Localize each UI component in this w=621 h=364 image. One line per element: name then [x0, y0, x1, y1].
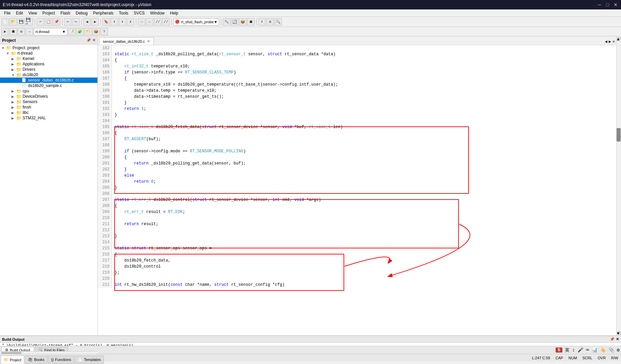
- tree-applications[interactable]: ▶ 📁 Applications: [0, 61, 97, 67]
- options-button[interactable]: ⚙: [266, 18, 274, 26]
- line-number-217: 217: [100, 257, 110, 264]
- pin-icon[interactable]: 📌: [86, 38, 91, 42]
- tree-ds18b20[interactable]: ▼ 📁 ds18b20: [0, 72, 97, 78]
- kernel-label: Kernel: [23, 56, 34, 61]
- build-button[interactable]: 🔨: [223, 18, 230, 26]
- manage-button[interactable]: 📝: [68, 28, 76, 35]
- menu-item-tools[interactable]: Tools: [116, 10, 131, 16]
- maximize-button[interactable]: □: [605, 2, 610, 7]
- menu-item-window[interactable]: Window: [147, 10, 167, 16]
- batch-build-button[interactable]: 📦: [239, 18, 246, 26]
- tree-cpu[interactable]: ▶ 📁 cpu: [0, 88, 97, 94]
- tab-sensor-file[interactable]: sensor_dallas_ds18b20.c ✕: [99, 37, 154, 45]
- menu-item-debug[interactable]: Debug: [73, 10, 90, 16]
- rebuild-button[interactable]: 🔄: [231, 18, 238, 26]
- tree-libc[interactable]: ▶ 📁 libc: [0, 110, 97, 115]
- menu-item-project[interactable]: Project: [40, 10, 58, 16]
- cut-button[interactable]: ✂: [37, 18, 44, 26]
- code-line: static rt_size_t _ds18b20_polling_get_da…: [115, 51, 614, 57]
- menu-item-peripherals[interactable]: Peripherals: [90, 10, 116, 16]
- menu-item-edit[interactable]: Edit: [13, 10, 26, 16]
- paste-button[interactable]: 📌: [53, 18, 60, 26]
- debug-stop-button[interactable]: ⏹: [9, 28, 17, 35]
- code-editor[interactable]: 1821831841851861871881891901911921931941…: [98, 45, 616, 288]
- bookmark-next-button[interactable]: ⬇: [119, 18, 126, 26]
- forward-button[interactable]: ▶: [91, 18, 99, 26]
- tab-close-all[interactable]: ✕: [613, 39, 615, 44]
- minimize-button[interactable]: ─: [597, 2, 602, 7]
- redo-button[interactable]: ↪: [72, 18, 80, 26]
- tree-drivers[interactable]: ▶ 📁 Drivers: [0, 67, 97, 72]
- tree-device-drivers[interactable]: ▶ 📁 DeviceDrivers: [0, 94, 97, 99]
- tab-scroll-right[interactable]: ▶: [609, 39, 611, 44]
- line-number-190: 190: [100, 94, 110, 100]
- tree-sample-file[interactable]: 📄 ds18b20_sample.c: [0, 83, 97, 88]
- code-line: }: [115, 112, 614, 118]
- new-file-button[interactable]: 📄: [1, 18, 9, 26]
- save-all-button[interactable]: 💾+: [26, 18, 33, 26]
- tab-scroll-left[interactable]: ◀: [605, 39, 607, 44]
- line-number-198: 198: [100, 142, 110, 148]
- target-dropdown[interactable]: 🔴 rt_sfud_flash_probe ▼: [173, 18, 219, 26]
- components-button[interactable]: 🧩: [76, 28, 84, 35]
- close-button[interactable]: ✕: [613, 2, 618, 7]
- unindent-button[interactable]: ←: [146, 18, 153, 26]
- comment-button[interactable]: //: [154, 18, 161, 26]
- line-number-216: 216: [100, 251, 110, 257]
- undo-button[interactable]: ↩: [64, 18, 71, 26]
- save-button[interactable]: 💾: [18, 18, 25, 26]
- target-chevron: ▼: [214, 20, 217, 24]
- copy-button[interactable]: 📋: [45, 18, 52, 26]
- menu-item-file[interactable]: File: [1, 10, 13, 16]
- code-line: [115, 227, 614, 233]
- scroll-track[interactable]: [617, 41, 621, 331]
- tree-project-root[interactable]: ▼ 📁 Project: project: [0, 45, 97, 51]
- line-number-202: 202: [100, 166, 110, 173]
- download-button[interactable]: ⬇: [258, 18, 266, 26]
- line-number-207: 207: [100, 197, 110, 203]
- project-dropdown[interactable]: rt-thread ▼: [34, 28, 67, 35]
- indent-button[interactable]: →: [138, 18, 145, 26]
- select-folder-button[interactable]: 📁: [84, 28, 92, 35]
- tree-rt-thread[interactable]: ▼ 📁 rt-thread: [0, 51, 97, 56]
- pack-installer-button[interactable]: 📦: [92, 28, 100, 35]
- close-icon[interactable]: ✕: [92, 38, 95, 42]
- scroll-down-button[interactable]: ▼: [617, 331, 621, 335]
- build-output-pin-icon[interactable]: 📌: [610, 337, 615, 341]
- bookmark-button[interactable]: 🔖: [102, 18, 110, 26]
- libc-toggle: ▶: [11, 111, 16, 115]
- code-line: {: [115, 154, 614, 160]
- uncomment-button[interactable]: //: [162, 18, 170, 26]
- bookmark-prev-button[interactable]: ⬆: [111, 18, 118, 26]
- stop-build-button[interactable]: ⏹: [247, 18, 255, 26]
- debug-options-button[interactable]: ⚙: [18, 28, 25, 35]
- tree-sensors[interactable]: ▶ 📁 Sensors: [0, 99, 97, 104]
- tree-finsh[interactable]: ▶ 📁 finsh: [0, 104, 97, 110]
- tab-close-icon[interactable]: ✕: [147, 39, 150, 43]
- code-area: sensor_dallas_ds18b20.c ✕ ◀ ▶ ✕ 18218318…: [98, 36, 616, 335]
- title-bar: E:\rt-thread-v4.0.2\rt-thread\bsp\stm32\…: [0, 0, 621, 9]
- tree-kernel[interactable]: ▶ 📁 Kernel: [0, 56, 97, 61]
- online-help-button[interactable]: ?: [100, 28, 108, 35]
- tree-stm32-hal[interactable]: ▶ 📁 STM32_HAL: [0, 115, 97, 121]
- scroll-up-button[interactable]: ▲: [617, 37, 621, 40]
- bookmark-clear-button[interactable]: ✗: [127, 18, 134, 26]
- line-number-197: 197: [100, 136, 110, 142]
- code-lines[interactable]: static rt_size_t _ds18b20_polling_get_da…: [112, 45, 616, 288]
- open-button[interactable]: 📂: [9, 18, 17, 26]
- sep6: [171, 19, 172, 25]
- search-button[interactable]: 🔍: [274, 18, 282, 26]
- scroll-indicator[interactable]: ▲ ▼: [616, 36, 621, 335]
- menu-item-flash[interactable]: Flash: [58, 10, 73, 16]
- tree-sensor-file[interactable]: 📄 sensor_dallas_ds18b20.c: [0, 78, 97, 83]
- debug-start-button[interactable]: ▶: [1, 28, 9, 35]
- build-output-close-icon[interactable]: ✕: [616, 337, 619, 341]
- run-to-cursor-button[interactable]: →: [26, 28, 33, 35]
- menu-item-svcs[interactable]: SVCS: [131, 10, 148, 16]
- code-line: };: [115, 270, 614, 276]
- scroll-thumb[interactable]: [617, 128, 621, 142]
- back-button[interactable]: ◀: [83, 18, 91, 26]
- menu-item-view[interactable]: View: [26, 10, 40, 16]
- menu-item-help[interactable]: Help: [167, 10, 181, 16]
- line-number-213: 213: [100, 233, 110, 239]
